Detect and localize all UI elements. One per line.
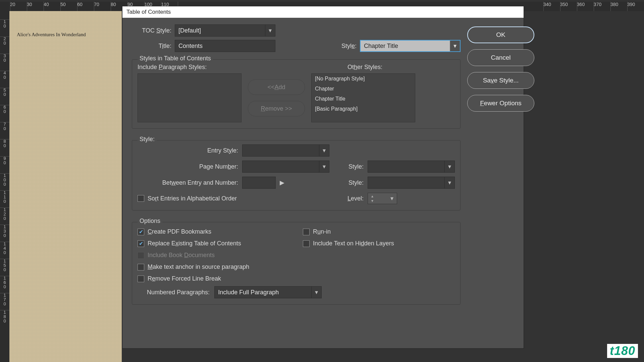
between-style-select[interactable]: ▾ xyxy=(368,177,455,189)
between-label: Between Entry and Number: xyxy=(138,179,238,186)
styles-in-toc-group: Styles in Table of Contents Include Para… xyxy=(132,59,461,129)
remove-break-checkbox[interactable] xyxy=(138,276,144,282)
replace-checkbox[interactable]: ✔ xyxy=(138,240,144,247)
replace-label: Replace Existing Table of Contents xyxy=(148,240,241,247)
cancel-button[interactable]: Cancel xyxy=(467,49,534,66)
level-label: Level: xyxy=(333,195,364,202)
list-item[interactable]: [Basic Paragraph] xyxy=(312,104,415,114)
sort-label: Sort Entries in Alphabetical Order xyxy=(148,195,237,202)
styles-group-label: Styles in Table of Contents xyxy=(138,55,213,62)
create-pdf-checkbox[interactable]: ✔ xyxy=(138,229,144,235)
list-item[interactable]: Chapter xyxy=(312,84,415,94)
include-book-label: Include Book Documents xyxy=(148,252,215,259)
include-styles-list[interactable] xyxy=(138,73,241,122)
options-label: Options xyxy=(138,218,162,225)
include-book-checkbox xyxy=(138,252,144,259)
sort-checkbox[interactable] xyxy=(138,195,144,202)
ok-button[interactable]: OK xyxy=(467,26,534,43)
chevron-down-icon: ▾ xyxy=(319,145,329,156)
save-style-button[interactable]: Save Style... xyxy=(467,72,534,89)
title-style-select[interactable]: Chapter Title ▾ xyxy=(360,40,461,52)
page-number-label: Page Number: xyxy=(138,163,238,170)
ruler-tick: 60 xyxy=(77,2,94,7)
dialog-titlebar[interactable]: Table of Contents xyxy=(122,6,524,18)
entry-style-label: Entry Style: xyxy=(138,147,238,154)
toc-style-value: [Default] xyxy=(178,27,201,34)
numbered-paragraphs-label: Numbered Paragraphs: xyxy=(147,289,210,296)
level-stepper[interactable]: ▴ ▾ ▾ xyxy=(368,193,397,204)
title-style-label: Style: xyxy=(333,43,357,50)
run-in-label: Run-in xyxy=(313,228,331,235)
title-style-value: Chapter Title xyxy=(364,43,398,50)
remove-button[interactable]: Remove >> xyxy=(248,101,305,116)
make-anchor-checkbox[interactable] xyxy=(138,264,144,270)
hidden-layers-checkbox[interactable] xyxy=(303,240,310,247)
chevron-down-icon: ▾ xyxy=(319,161,329,172)
ruler-vertical: 10 20 30 40 50 60 70 80 90 100 110 120 1… xyxy=(0,11,9,362)
ruler-tick: 40 xyxy=(44,2,60,7)
between-input[interactable] xyxy=(242,177,276,189)
page-number-select[interactable]: ▾ xyxy=(242,161,329,173)
entry-style-select[interactable]: ▾ xyxy=(242,144,329,157)
title-label: Title: xyxy=(132,43,171,50)
chevron-down-icon: ▾ xyxy=(311,287,321,298)
run-in-checkbox[interactable] xyxy=(303,229,310,235)
ruler-tick: 20 xyxy=(10,2,27,7)
stepper-down-icon[interactable]: ▾ xyxy=(369,198,375,203)
toc-style-select[interactable]: [Default] ▾ xyxy=(175,24,275,37)
toc-style-label: TOC Style: xyxy=(132,27,171,34)
ruler-tick: 370 xyxy=(594,2,610,7)
title-value: Contents xyxy=(178,43,203,50)
ruler-tick: 70 xyxy=(94,2,111,7)
between-style-label: Style: xyxy=(333,179,364,186)
options-group: Options ✔ Create PDF Bookmarks Run-in ✔ … xyxy=(132,222,461,305)
title-input[interactable]: Contents xyxy=(175,40,275,52)
chevron-down-icon: ▾ xyxy=(450,41,460,51)
ruler-tick: 380 xyxy=(610,2,627,7)
watermark-logo: t180 xyxy=(607,344,638,358)
add-button[interactable]: << Add xyxy=(248,79,305,95)
ruler-tick: 390 xyxy=(627,2,644,7)
chevron-down-icon: ▾ xyxy=(265,25,275,36)
list-item[interactable]: [No Paragraph Style] xyxy=(312,74,415,84)
dialog-title-text: Table of Contents xyxy=(126,9,171,15)
list-item[interactable]: Chapter Title xyxy=(312,94,415,104)
toc-dialog: Table of Contents TOC Style: [Default] ▾… xyxy=(122,6,524,348)
ruler-tick: 360 xyxy=(577,2,594,7)
page-number-style-select[interactable]: ▾ xyxy=(368,161,455,173)
document-page[interactable] xyxy=(9,11,122,362)
create-pdf-label: Create PDF Bookmarks xyxy=(148,228,211,235)
ruler-tick: 50 xyxy=(60,2,77,7)
ruler-vtick: 10 xyxy=(0,19,9,37)
chevron-down-icon: ▾ xyxy=(444,177,454,188)
hidden-layers-label: Include Text on Hidden Layers xyxy=(313,240,394,247)
style-section-label: Style: xyxy=(138,136,157,143)
make-anchor-label: Make text anchor in source paragraph xyxy=(148,263,249,270)
style-section-group: Style: Entry Style: ▾ Page Number: ▾ Sty… xyxy=(132,140,461,210)
ruler-tick: 340 xyxy=(543,2,560,7)
document-title-text: Alice's Adventures In Wonderland xyxy=(17,32,86,38)
page-number-style-label: Style: xyxy=(333,163,364,170)
other-styles-list[interactable]: [No Paragraph Style] Chapter Chapter Tit… xyxy=(311,73,415,122)
flyout-arrow-icon[interactable]: ▶ xyxy=(280,179,284,186)
numbered-paragraphs-select[interactable]: Include Full Paragraph ▾ xyxy=(214,286,322,298)
chevron-down-icon: ▾ xyxy=(387,193,397,204)
fewer-options-button[interactable]: Fewer Options xyxy=(467,95,534,112)
include-paragraph-label: Include Paragraph Styles: xyxy=(138,64,245,71)
other-styles-label: Other Styles: xyxy=(347,64,455,71)
ruler-tick: 30 xyxy=(27,2,44,7)
remove-break-label: Remove Forced Line Break xyxy=(148,275,221,282)
pasteboard-right xyxy=(527,11,644,362)
stepper-up-icon[interactable]: ▴ xyxy=(369,194,375,198)
numbered-paragraphs-value: Include Full Paragraph xyxy=(218,289,279,296)
chevron-down-icon: ▾ xyxy=(444,161,454,172)
ruler-tick: 350 xyxy=(560,2,577,7)
